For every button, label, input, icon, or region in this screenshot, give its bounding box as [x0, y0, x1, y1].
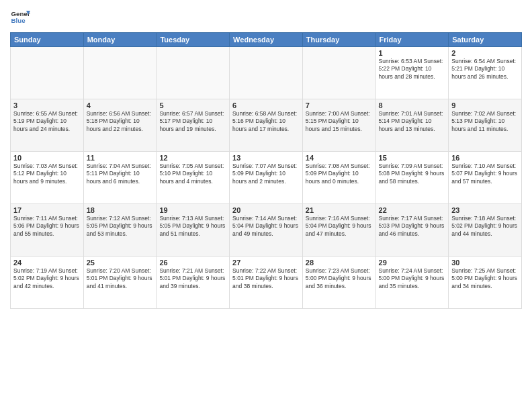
day-detail: Sunrise: 7:10 AM Sunset: 5:07 PM Dayligh…	[451, 163, 519, 185]
calendar-body: 1Sunrise: 6:53 AM Sunset: 5:22 PM Daylig…	[11, 47, 522, 309]
weekday-header: SundayMondayTuesdayWednesdayThursdayFrid…	[11, 33, 522, 47]
day-detail: Sunrise: 6:53 AM Sunset: 5:22 PM Dayligh…	[379, 58, 446, 81]
weekday-sunday: Sunday	[11, 33, 84, 47]
day-number: 9	[451, 101, 519, 109]
day-number: 4	[87, 101, 154, 109]
logo-icon: General Blue	[10, 7, 30, 27]
day-cell: 21Sunrise: 7:16 AM Sunset: 5:04 PM Dayli…	[302, 204, 375, 257]
day-number: 16	[451, 154, 519, 162]
day-detail: Sunrise: 7:24 AM Sunset: 5:00 PM Dayligh…	[379, 267, 446, 290]
day-detail: Sunrise: 6:58 AM Sunset: 5:16 PM Dayligh…	[232, 110, 300, 133]
weekday-monday: Monday	[83, 33, 157, 47]
day-detail: Sunrise: 7:09 AM Sunset: 5:08 PM Dayligh…	[379, 163, 446, 185]
day-number: 21	[306, 206, 373, 214]
day-detail: Sunrise: 6:55 AM Sunset: 5:19 PM Dayligh…	[13, 110, 81, 133]
day-detail: Sunrise: 7:25 AM Sunset: 5:00 PM Dayligh…	[451, 267, 519, 290]
day-number: 12	[159, 154, 226, 162]
day-number: 6	[232, 101, 300, 109]
day-detail: Sunrise: 7:16 AM Sunset: 5:04 PM Dayligh…	[306, 215, 373, 238]
day-detail: Sunrise: 7:21 AM Sunset: 5:01 PM Dayligh…	[159, 267, 226, 290]
day-number: 8	[379, 101, 446, 109]
day-detail: Sunrise: 7:08 AM Sunset: 5:09 PM Dayligh…	[306, 163, 373, 185]
day-number: 7	[306, 101, 373, 109]
day-number: 5	[159, 101, 226, 109]
day-cell: 7Sunrise: 7:00 AM Sunset: 5:15 PM Daylig…	[302, 99, 375, 152]
week-row-3: 17Sunrise: 7:11 AM Sunset: 5:06 PM Dayli…	[11, 204, 522, 257]
day-cell: 28Sunrise: 7:23 AM Sunset: 5:00 PM Dayli…	[302, 257, 375, 309]
day-detail: Sunrise: 7:02 AM Sunset: 5:13 PM Dayligh…	[451, 110, 519, 133]
day-number: 24	[13, 259, 81, 267]
day-number: 23	[451, 206, 519, 214]
day-cell	[157, 47, 230, 99]
weekday-friday: Friday	[375, 33, 449, 47]
day-detail: Sunrise: 7:13 AM Sunset: 5:05 PM Dayligh…	[159, 215, 226, 238]
weekday-tuesday: Tuesday	[157, 33, 230, 47]
day-detail: Sunrise: 7:19 AM Sunset: 5:02 PM Dayligh…	[13, 267, 81, 290]
day-cell	[230, 47, 303, 99]
page: General Blue SundayMondayTuesdayWednesda…	[0, 0, 532, 411]
day-detail: Sunrise: 7:01 AM Sunset: 5:14 PM Dayligh…	[379, 110, 446, 133]
day-detail: Sunrise: 7:05 AM Sunset: 5:10 PM Dayligh…	[159, 163, 226, 185]
day-cell: 18Sunrise: 7:12 AM Sunset: 5:05 PM Dayli…	[83, 204, 157, 257]
day-cell: 24Sunrise: 7:19 AM Sunset: 5:02 PM Dayli…	[11, 257, 84, 309]
day-cell: 26Sunrise: 7:21 AM Sunset: 5:01 PM Dayli…	[157, 257, 230, 309]
day-number: 28	[306, 259, 373, 267]
day-detail: Sunrise: 7:04 AM Sunset: 5:11 PM Dayligh…	[87, 163, 154, 185]
day-detail: Sunrise: 6:54 AM Sunset: 5:21 PM Dayligh…	[451, 58, 519, 81]
day-number: 19	[159, 206, 226, 214]
day-cell: 17Sunrise: 7:11 AM Sunset: 5:06 PM Dayli…	[11, 204, 84, 257]
week-row-1: 3Sunrise: 6:55 AM Sunset: 5:19 PM Daylig…	[11, 99, 522, 152]
day-cell: 1Sunrise: 6:53 AM Sunset: 5:22 PM Daylig…	[375, 47, 449, 99]
day-number: 11	[87, 154, 154, 162]
day-cell: 30Sunrise: 7:25 AM Sunset: 5:00 PM Dayli…	[449, 257, 522, 309]
day-cell: 19Sunrise: 7:13 AM Sunset: 5:05 PM Dayli…	[157, 204, 230, 257]
day-number: 25	[87, 259, 154, 267]
day-detail: Sunrise: 7:11 AM Sunset: 5:06 PM Dayligh…	[13, 215, 81, 238]
day-detail: Sunrise: 7:03 AM Sunset: 5:12 PM Dayligh…	[13, 163, 81, 185]
day-cell: 5Sunrise: 6:57 AM Sunset: 5:17 PM Daylig…	[157, 99, 230, 152]
day-cell: 20Sunrise: 7:14 AM Sunset: 5:04 PM Dayli…	[230, 204, 303, 257]
day-cell: 13Sunrise: 7:07 AM Sunset: 5:09 PM Dayli…	[230, 152, 303, 204]
day-detail: Sunrise: 7:14 AM Sunset: 5:04 PM Dayligh…	[232, 215, 300, 238]
day-detail: Sunrise: 7:18 AM Sunset: 5:02 PM Dayligh…	[451, 215, 519, 238]
day-detail: Sunrise: 6:57 AM Sunset: 5:17 PM Dayligh…	[159, 110, 226, 133]
week-row-4: 24Sunrise: 7:19 AM Sunset: 5:02 PM Dayli…	[11, 257, 522, 309]
day-number: 3	[13, 101, 81, 109]
day-cell: 29Sunrise: 7:24 AM Sunset: 5:00 PM Dayli…	[375, 257, 449, 309]
day-number: 10	[13, 154, 81, 162]
day-cell: 6Sunrise: 6:58 AM Sunset: 5:16 PM Daylig…	[230, 99, 303, 152]
day-detail: Sunrise: 7:00 AM Sunset: 5:15 PM Dayligh…	[306, 110, 373, 133]
day-cell: 23Sunrise: 7:18 AM Sunset: 5:02 PM Dayli…	[449, 204, 522, 257]
day-number: 20	[232, 206, 300, 214]
day-number: 27	[232, 259, 300, 267]
week-row-0: 1Sunrise: 6:53 AM Sunset: 5:22 PM Daylig…	[11, 47, 522, 99]
day-detail: Sunrise: 7:22 AM Sunset: 5:01 PM Dayligh…	[232, 267, 300, 290]
day-cell: 3Sunrise: 6:55 AM Sunset: 5:19 PM Daylig…	[11, 99, 84, 152]
day-cell: 2Sunrise: 6:54 AM Sunset: 5:21 PM Daylig…	[449, 47, 522, 99]
calendar-table: SundayMondayTuesdayWednesdayThursdayFrid…	[10, 32, 522, 309]
header-area: General Blue	[10, 7, 522, 27]
day-cell: 16Sunrise: 7:10 AM Sunset: 5:07 PM Dayli…	[449, 152, 522, 204]
day-cell: 4Sunrise: 6:56 AM Sunset: 5:18 PM Daylig…	[83, 99, 157, 152]
day-cell: 15Sunrise: 7:09 AM Sunset: 5:08 PM Dayli…	[375, 152, 449, 204]
day-number: 17	[13, 206, 81, 214]
day-cell	[302, 47, 375, 99]
day-number: 22	[379, 206, 446, 214]
logo: General Blue	[10, 7, 30, 27]
day-cell: 27Sunrise: 7:22 AM Sunset: 5:01 PM Dayli…	[230, 257, 303, 309]
day-number: 14	[306, 154, 373, 162]
day-detail: Sunrise: 6:56 AM Sunset: 5:18 PM Dayligh…	[87, 110, 154, 133]
day-detail: Sunrise: 7:20 AM Sunset: 5:01 PM Dayligh…	[87, 267, 154, 290]
day-detail: Sunrise: 7:17 AM Sunset: 5:03 PM Dayligh…	[379, 215, 446, 238]
day-cell: 14Sunrise: 7:08 AM Sunset: 5:09 PM Dayli…	[302, 152, 375, 204]
day-detail: Sunrise: 7:23 AM Sunset: 5:00 PM Dayligh…	[306, 267, 373, 290]
day-cell: 10Sunrise: 7:03 AM Sunset: 5:12 PM Dayli…	[11, 152, 84, 204]
day-number: 30	[451, 259, 519, 267]
day-cell: 8Sunrise: 7:01 AM Sunset: 5:14 PM Daylig…	[375, 99, 449, 152]
svg-text:Blue: Blue	[11, 17, 26, 24]
day-detail: Sunrise: 7:12 AM Sunset: 5:05 PM Dayligh…	[87, 215, 154, 238]
weekday-saturday: Saturday	[449, 33, 522, 47]
day-number: 18	[87, 206, 154, 214]
day-cell: 9Sunrise: 7:02 AM Sunset: 5:13 PM Daylig…	[449, 99, 522, 152]
day-cell: 11Sunrise: 7:04 AM Sunset: 5:11 PM Dayli…	[83, 152, 157, 204]
